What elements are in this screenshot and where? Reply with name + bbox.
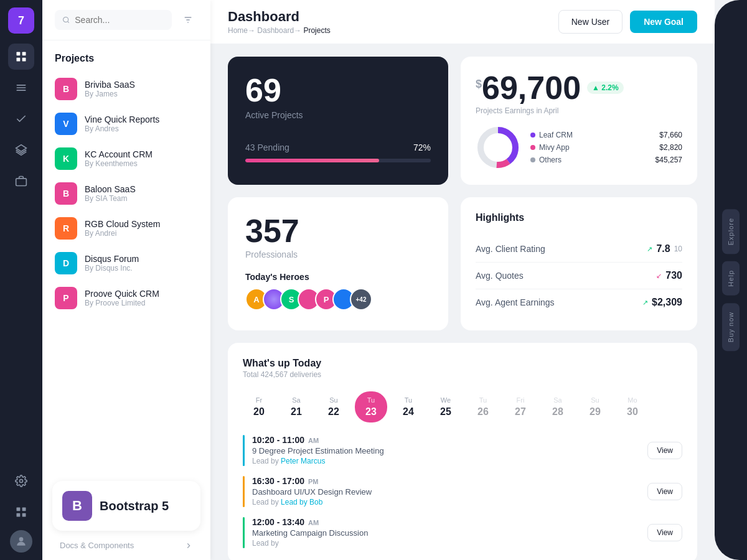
breadcrumb: Home→ Dashboard→ Projects <box>228 26 331 35</box>
pending-pct: 72% <box>413 142 431 152</box>
heroes-section: Today's Heroes A S P +42 <box>245 272 431 310</box>
nav-icon-layers[interactable] <box>8 137 34 163</box>
project-by: By Proove Limited <box>85 299 159 307</box>
view-button[interactable]: View <box>647 524 682 541</box>
event-title: Dashboard UI/UX Design Review <box>252 487 640 497</box>
event-item: 16:30 - 17:00 PM Dashboard UI/UX Design … <box>243 476 682 507</box>
day-item[interactable]: Tu 26 <box>467 391 499 422</box>
day-item[interactable]: Tu 23 <box>355 391 387 422</box>
nav-icon-grid2[interactable] <box>8 499 34 525</box>
project-item-baloon[interactable]: B Baloon SaaS By SIA Team <box>50 176 203 211</box>
day-item[interactable]: Fri 27 <box>504 391 537 422</box>
project-name: Baloon SaaS <box>85 184 136 194</box>
docs-link[interactable]: Docs & Components <box>47 536 205 550</box>
project-info: RGB Cloud System By Andrei <box>85 219 160 238</box>
project-by: By Andres <box>85 124 159 133</box>
stats-number: 357 <box>245 215 431 247</box>
right-panel: Explore Help Buy now <box>715 0 747 560</box>
project-info: Baloon SaaS By SIA Team <box>85 184 136 203</box>
bootstrap-icon: B <box>62 491 92 521</box>
user-avatar[interactable] <box>10 530 32 553</box>
search-box[interactable] <box>55 10 172 30</box>
event-lead: Lead by Lead by Bob <box>252 498 640 506</box>
search-icon <box>62 16 70 24</box>
event-info: 12:00 - 13:40 AM Marketing Campaign Disc… <box>252 517 640 548</box>
events: 10:20 - 11:00 AM 9 Degree Project Estima… <box>243 435 682 548</box>
project-info: Disqus Forum By Disqus Inc. <box>85 254 139 273</box>
project-name: Proove Quick CRM <box>85 289 159 299</box>
project-name: Briviba SaaS <box>85 80 135 90</box>
project-name: KC Account CRM <box>85 149 153 159</box>
project-icon: D <box>55 252 77 274</box>
nav-icon-briefcase[interactable] <box>8 168 34 194</box>
project-item-proove[interactable]: P Proove Quick CRM By Proove Limited <box>50 281 203 315</box>
main: Dashboard Home→ Dashboard→ Projects New … <box>210 0 715 560</box>
help-button[interactable]: Help <box>722 261 740 296</box>
header-actions: New User New Goal <box>558 10 697 34</box>
project-item-rgb[interactable]: R RGB Cloud System By Andrei <box>50 211 203 246</box>
day-item[interactable]: Tu 24 <box>392 391 425 422</box>
project-icon: K <box>55 147 77 170</box>
svg-rect-5 <box>17 87 26 88</box>
day-item[interactable]: Su 29 <box>579 391 611 422</box>
project-item-briviba[interactable]: B Briviba SaaS By James <box>50 72 203 106</box>
grid-top: 69 Active Projects 43 Pending 72% $69,70… <box>228 57 697 185</box>
project-item-vine[interactable]: V Vine Quick Reports By Andres <box>50 106 203 141</box>
calendar-header: What's up Today Total 424,567 deliveries <box>243 358 682 379</box>
nav-avatar[interactable]: 7 <box>8 7 34 34</box>
day-item[interactable]: Mo 30 <box>616 391 649 422</box>
view-button[interactable]: View <box>647 483 682 500</box>
new-goal-button[interactable]: New Goal <box>630 11 697 33</box>
avatars-row: A S P +42 <box>245 288 431 310</box>
earnings-top: $69,700 ▲ 2.2% <box>476 72 682 104</box>
svg-point-9 <box>20 480 23 483</box>
event-title: Marketing Campaign Discussion <box>252 528 640 538</box>
stats-card: 357 Professionals Today's Heroes A S P +… <box>228 197 448 330</box>
chevron-right-icon <box>184 541 193 550</box>
project-info: Briviba SaaS By James <box>85 80 135 98</box>
day-item[interactable]: Fr 20 <box>243 391 275 422</box>
nav-icon-bars[interactable] <box>8 75 34 101</box>
search-input[interactable] <box>75 15 164 25</box>
bootstrap-card[interactable]: B Bootstrap 5 <box>52 481 200 531</box>
day-item[interactable]: Su 22 <box>317 391 350 422</box>
project-by: By James <box>85 90 135 98</box>
top-header: Dashboard Home→ Dashboard→ Projects New … <box>210 0 715 44</box>
project-icon: B <box>55 78 77 100</box>
avatar-more: +42 <box>350 288 372 310</box>
project-item-disqus[interactable]: D Disqus Forum By Disqus Inc. <box>50 246 203 281</box>
explore-button[interactable]: Explore <box>722 209 740 254</box>
day-item[interactable]: Sa 28 <box>542 391 574 422</box>
earnings-card: $69,700 ▲ 2.2% Projects Earnings in Apri… <box>461 57 697 185</box>
svg-rect-0 <box>17 52 21 56</box>
new-user-button[interactable]: New User <box>558 10 622 34</box>
svg-rect-13 <box>22 513 26 517</box>
nav-icon-grid[interactable] <box>8 44 34 70</box>
progress-fill <box>245 159 379 162</box>
day-num: 27 <box>515 406 526 418</box>
svg-rect-10 <box>17 508 21 511</box>
svg-rect-11 <box>22 508 26 511</box>
active-label: Active Projects <box>245 110 431 120</box>
project-item-kc[interactable]: K KC Account CRM By Keenthemes <box>50 141 203 176</box>
day-item[interactable]: Sa 21 <box>280 391 312 422</box>
calendar-card: What's up Today Total 424,567 deliveries… <box>228 343 697 560</box>
stats-label: Professionals <box>245 250 431 259</box>
svg-point-14 <box>19 537 24 541</box>
filter-icon[interactable] <box>178 10 198 30</box>
highlight-row: Avg. Quotes ↙ 730 <box>476 263 682 289</box>
grid-mid: 357 Professionals Today's Heroes A S P +… <box>228 197 697 330</box>
view-button[interactable]: View <box>647 442 682 459</box>
legend: Leaf CRM Mivy App Others <box>530 131 646 164</box>
donut-section: Leaf CRM Mivy App Others $7,660 <box>476 125 682 170</box>
day-item[interactable]: We 25 <box>430 391 462 422</box>
nav-icon-check[interactable] <box>8 106 34 132</box>
project-icon: B <box>55 182 77 205</box>
nav-icon-settings[interactable] <box>8 468 34 494</box>
day-label: Sa <box>292 396 300 404</box>
svg-rect-3 <box>22 58 26 62</box>
legend-item: Mivy App <box>530 143 646 152</box>
day-label: Mo <box>627 396 637 404</box>
calendar-title: What's up Today <box>243 358 321 369</box>
buynow-button[interactable]: Buy now <box>722 303 740 351</box>
